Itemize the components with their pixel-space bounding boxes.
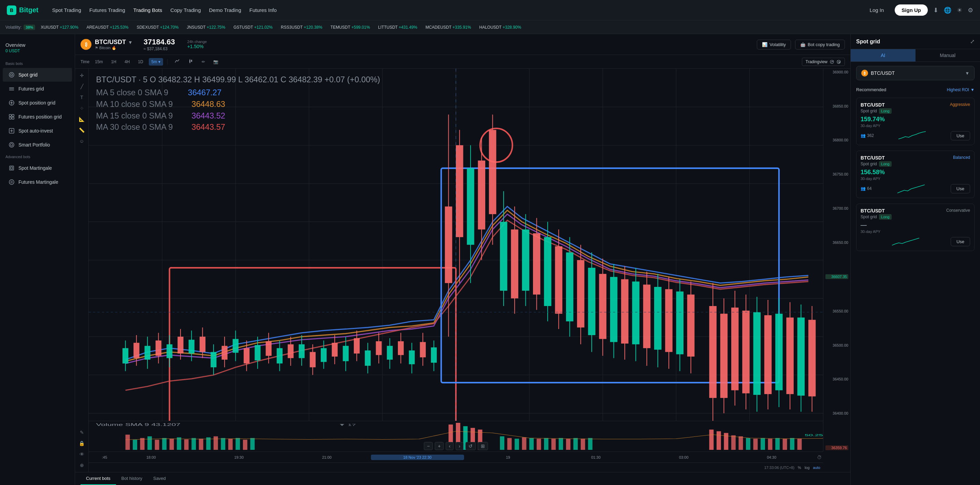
bot-copy-trading-button[interactable]: 🤖 Bot copy trading [795,40,845,49]
eye-tool[interactable]: 👁 [78,450,86,458]
sidebar-item-spot-autoinvest[interactable]: Spot auto-invest [3,124,72,138]
ruler-tool[interactable]: 📏 [78,126,86,134]
tradingview-button[interactable]: Tradingview [802,58,845,66]
ticker-item-6[interactable]: TEMUSDT +599.01% [331,25,370,30]
ticker-item-7[interactable]: LITTUSDT +431.49% [378,25,417,30]
svg-rect-192 [170,439,174,450]
svg-rect-144 [643,284,651,348]
footer-auto-btn[interactable]: auto [813,466,820,470]
draw-tool[interactable]: ✎ [78,428,85,437]
nav-demo-trading[interactable]: Demo Trading [209,7,241,13]
bot-card-0-bottom: 👥 362 Use [861,131,970,141]
toolbar-btn-candle[interactable] [185,57,196,66]
footer-pct-btn[interactable]: % [798,466,801,470]
tab-bot-history[interactable]: Bot history [116,472,148,485]
reset-btn[interactable]: ↺ [465,442,476,450]
sparkline-2 [892,236,919,247]
sort-selector[interactable]: Highest ROI ▼ [947,88,975,92]
logo[interactable]: B Bitget [7,5,38,15]
login-button[interactable]: Log In [864,5,889,15]
zoom-in-btn[interactable]: + [435,442,444,450]
expand-btn[interactable]: ⊞ [478,442,488,450]
download-icon[interactable]: ⬇ [933,6,939,14]
use-button-2[interactable]: Use [951,237,970,246]
crosshair-tool[interactable]: ✛ [78,72,85,80]
sidebar-item-futures-martingale[interactable]: Futures Martingale [3,175,72,189]
toolbar-btn-1d[interactable]: 1D [135,58,146,65]
spot-autoinvest-icon [8,128,15,134]
use-button-1[interactable]: Use [951,184,970,193]
nav-next-btn[interactable]: › [455,442,463,450]
sidebar-item-futures-position[interactable]: Futures position grid [3,110,72,124]
toolbar-btn-line[interactable] [172,57,183,66]
fibonacci-tool[interactable]: ⁘ [78,104,85,112]
use-button-0[interactable]: Use [951,131,970,140]
panel-pair-icon: ₿ [861,70,868,77]
trendline-tool[interactable]: ╱ [79,82,84,91]
lock-tool[interactable]: 🔒 [78,439,86,447]
svg-rect-224 [724,433,728,450]
svg-rect-168 [786,317,794,394]
ticker-item-5[interactable]: RSS3USDT +120.38% [281,25,323,30]
sparkline-0 [899,131,926,141]
svg-rect-228 [753,439,758,450]
signup-button[interactable]: Sign Up [895,5,928,16]
footer-log-btn[interactable]: log [805,466,810,470]
toolbar-btn-camera[interactable]: 📷 [210,58,221,65]
nav-copy-trading[interactable]: Copy Trading [170,7,200,13]
toolbar-btn-1h[interactable]: 1H [108,58,119,65]
header: B Bitget Spot Trading Futures Trading Tr… [0,0,980,21]
panel-expand-icon[interactable]: ⤢ [970,38,975,45]
chart-header: ₿ BTC/USDT ▼ ⚑ Bitcoin 🔥 37184.63 ≈ $37,… [75,34,850,55]
toolbar-btn-15m[interactable]: 15m [92,58,105,65]
nav-futures-trading[interactable]: Futures Trading [89,7,125,13]
measure-tool[interactable]: 📐 [78,115,86,123]
nav-prev-btn[interactable]: ‹ [446,442,454,450]
svg-rect-94 [365,351,371,366]
volatility-button[interactable]: 📊 Volatility [757,40,791,49]
ticker-item-1[interactable]: AREAUSDT +125.53% [87,25,129,30]
bot-type-1: Spot grid Long [861,161,892,167]
ticker-item-4[interactable]: GSTUSDT +121.02% [234,25,273,30]
tab-bar: Current bots Bot history Saved [81,472,845,485]
sidebar-label-futures-position: Futures position grid [18,114,62,120]
ticker-item-8[interactable]: MCADEUSDT +335.91% [425,25,471,30]
svg-rect-156 [720,314,728,398]
sidebar-item-smart-portfolio[interactable]: Smart Portfolio [3,138,72,152]
svg-rect-132 [577,260,584,327]
sidebar-item-futures-grid[interactable]: Futures grid [3,82,72,96]
panel-pair-select[interactable]: ₿ BTC/USDT ▼ [856,66,975,80]
svg-rect-154 [709,306,717,398]
tab-saved[interactable]: Saved [148,472,171,485]
globe-icon[interactable]: 🌐 [944,6,951,14]
sidebar-item-spot-grid[interactable]: Spot grid [3,68,72,81]
ticker-item-0[interactable]: XUIUSDT +127.90% [41,25,78,30]
ticker-item-3[interactable]: JNSUSDT +122.75% [187,25,225,30]
ticker-item-2[interactable]: SDEXUSDT +124.70% [137,25,178,30]
settings-icon[interactable]: ⚙ [968,6,973,14]
tab-current-bots[interactable]: Current bots [81,472,116,485]
svg-text:50.2506: 50.2506 [805,434,823,437]
nav-futures-info[interactable]: Futures Info [250,7,277,13]
svg-rect-189 [147,437,152,450]
zoom-out-btn[interactable]: − [424,442,433,450]
panel-tab-ai[interactable]: AI [851,49,915,61]
emoji-tool[interactable]: ☺ [78,137,85,145]
pair-dropdown-icon[interactable]: ▼ [128,40,133,45]
ticker-item-9[interactable]: HALOUSDT +328.90% [479,25,521,30]
toolbar-btn-5m[interactable]: 5m ▾ [149,58,163,65]
svg-rect-211 [515,439,519,450]
toolbar-btn-4h[interactable]: 4H [122,58,132,65]
nav-spot-trading[interactable]: Spot Trading [52,7,81,13]
svg-rect-102 [409,351,415,364]
bot-card-2-bottom: Use [861,236,970,247]
text-tool[interactable]: T [79,93,84,101]
sidebar-item-spot-martingale[interactable]: Spot Martingale [3,161,72,175]
brightness-icon[interactable]: ☀ [957,6,962,14]
toolbar-btn-pencil[interactable]: ✏ [199,58,208,65]
sidebar-item-spot-position[interactable]: Spot position grid [3,96,72,110]
time-clock-icon[interactable]: ⏱ [817,455,822,460]
panel-tab-manual[interactable]: Manual [915,49,980,61]
nav-trading-bots[interactable]: Trading Bots [134,7,162,13]
zoom-tool[interactable]: ⊕ [78,461,85,469]
